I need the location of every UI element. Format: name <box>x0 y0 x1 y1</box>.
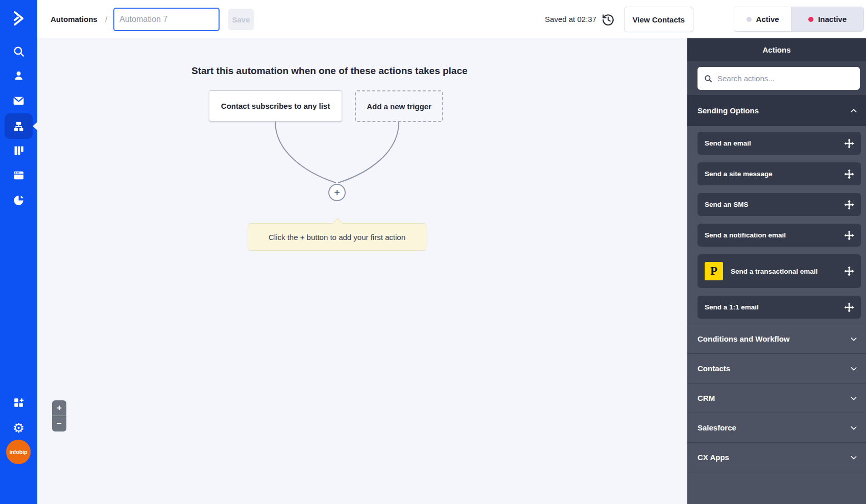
automation-name-input[interactable] <box>113 8 220 31</box>
move-icon <box>844 169 855 180</box>
actions-search-strip <box>687 61 866 95</box>
status-toggle: Active Inactive <box>734 7 864 32</box>
infobip-badge[interactable]: infobip <box>6 440 31 464</box>
inactive-status-dot <box>808 17 813 22</box>
breadcrumb-separator: / <box>105 0 107 38</box>
actions-panel-title: Actions <box>687 38 866 61</box>
activecampaign-logo-icon[interactable] <box>9 9 28 28</box>
section-label: Sending Options <box>697 106 759 115</box>
action-send-a-site-message[interactable]: Send a site message <box>697 162 861 185</box>
active-status-dot <box>747 17 752 22</box>
active-section-notch <box>33 122 37 130</box>
action-label: Send a site message <box>705 170 773 178</box>
zoom-controls: + − <box>52 400 66 431</box>
move-icon <box>844 302 855 313</box>
automation-canvas[interactable]: Start this automation when one of these … <box>37 38 687 504</box>
chevron-down-icon <box>850 365 858 373</box>
postmark-p-icon: P <box>705 262 723 280</box>
section-cx-apps[interactable]: CX Apps <box>687 442 866 472</box>
forms-icon[interactable] <box>12 169 26 182</box>
actions-search-box <box>697 67 860 90</box>
action-send-an-email[interactable]: Send an email <box>697 132 861 155</box>
action-label: Send a 1:1 email <box>705 303 759 311</box>
save-button[interactable]: Save <box>228 9 254 30</box>
section-label: Salesforce <box>697 423 736 432</box>
toggle-active-label: Active <box>756 15 779 23</box>
move-icon <box>844 138 855 149</box>
section-crm[interactable]: CRM <box>687 383 866 413</box>
automation-builder-screen: Automations / Save Saved at 02:37 View C… <box>0 0 866 504</box>
tooltip-text: Click the + button to add your first act… <box>269 233 405 242</box>
chevron-down-icon <box>850 453 858 462</box>
action-send-a-transactional-email[interactable]: P Send a transactional email <box>697 254 861 288</box>
zoom-in-button[interactable]: + <box>52 400 66 416</box>
action-send-a-notification-email[interactable]: Send a notification email <box>697 224 861 247</box>
automations-icon[interactable] <box>12 119 26 133</box>
toggle-inactive[interactable]: Inactive <box>791 7 863 31</box>
zoom-out-button[interactable]: − <box>52 416 66 431</box>
reports-icon[interactable] <box>12 194 26 207</box>
tooltip-caret <box>332 218 343 228</box>
toggle-active[interactable]: Active <box>734 7 791 31</box>
section-label: CRM <box>697 394 715 402</box>
deals-icon[interactable] <box>12 143 26 157</box>
breadcrumb[interactable]: Automations <box>51 0 98 38</box>
chevron-down-icon <box>850 424 858 432</box>
action-send-a-1-1-email[interactable]: Send a 1:1 email <box>697 296 861 319</box>
move-icon <box>844 266 855 277</box>
section-label: Conditions and Workflow <box>697 334 790 343</box>
actions-panel: Actions Sending Options Send an email <box>687 38 866 504</box>
connector-curves <box>231 117 446 194</box>
section-salesforce[interactable]: Salesforce <box>687 413 866 442</box>
chevron-down-icon <box>850 335 858 343</box>
action-label: Send a transactional email <box>731 268 817 275</box>
move-icon <box>844 199 855 210</box>
search-icon <box>704 74 713 83</box>
campaigns-icon[interactable] <box>12 94 26 108</box>
section-conditions-and-workflow[interactable]: Conditions and Workflow <box>687 324 866 353</box>
panel-divider <box>687 472 866 472</box>
chevron-down-icon <box>850 394 858 402</box>
settings-gear-icon[interactable]: ⚙ <box>12 421 26 435</box>
actions-search-input[interactable] <box>717 74 854 83</box>
section-label: Contacts <box>697 364 730 373</box>
add-action-plus-button[interactable]: + <box>328 184 346 201</box>
main-nav-sidebar: ⚙ infobip <box>0 0 37 504</box>
chevron-up-icon <box>850 107 858 115</box>
apps-icon[interactable] <box>12 396 26 410</box>
sending-options-content: Send an email Send a site message Send a… <box>687 126 866 324</box>
first-action-tooltip: Click the + button to add your first act… <box>248 223 426 251</box>
action-label: Send an SMS <box>705 201 749 208</box>
search-icon[interactable] <box>12 44 26 58</box>
section-sending-options[interactable]: Sending Options <box>687 95 866 126</box>
trigger-node[interactable]: Contact subscribes to any list <box>209 90 342 122</box>
view-contacts-button[interactable]: View Contacts <box>624 7 693 32</box>
action-send-an-sms[interactable]: Send an SMS <box>697 193 861 216</box>
history-icon[interactable] <box>602 13 615 27</box>
action-label: Send a notification email <box>705 231 786 239</box>
contacts-icon[interactable] <box>12 69 26 83</box>
saved-status: Saved at 02:37 <box>531 0 596 38</box>
section-contacts[interactable]: Contacts <box>687 353 866 383</box>
section-label: CX Apps <box>697 453 729 462</box>
canvas-heading: Start this automation when one of these … <box>191 65 468 77</box>
action-label: Send an email <box>705 139 751 147</box>
move-icon <box>844 230 855 241</box>
top-bar: Automations / Save Saved at 02:37 View C… <box>0 0 866 38</box>
toggle-inactive-label: Inactive <box>818 15 847 23</box>
